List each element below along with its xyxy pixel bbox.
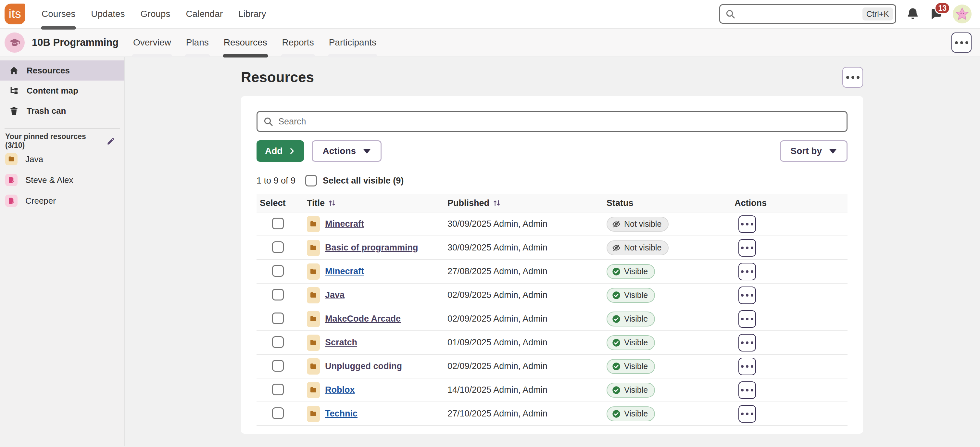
resources-search: [256, 111, 848, 132]
status-badge: Visible: [606, 359, 655, 374]
nav-item-courses[interactable]: Courses: [34, 0, 83, 28]
status-label: Visible: [624, 291, 648, 300]
trash-icon: [9, 106, 19, 116]
table-header-row: Select Title Published: [256, 194, 848, 212]
select-all-label: Select all visible (9): [323, 176, 404, 186]
row-checkbox[interactable]: [272, 265, 284, 277]
ellipsis-icon: [846, 76, 859, 79]
check-circle-icon: [612, 291, 621, 300]
heading-row: Resources: [241, 67, 863, 88]
resource-link[interactable]: Roblox: [325, 385, 355, 395]
published-cell: 27/10/2025 Admin, Admin: [447, 409, 606, 419]
tab-resources[interactable]: Resources: [216, 28, 275, 57]
published-cell: 02/09/2025 Admin, Admin: [447, 290, 606, 300]
resource-link[interactable]: Unplugged coding: [325, 361, 402, 371]
pinned-item-steve-alex[interactable]: Steve & Alex: [0, 170, 124, 190]
check-circle-icon: [612, 362, 621, 371]
nav-item-library[interactable]: Library: [231, 0, 274, 28]
status-label: Not visible: [624, 219, 662, 229]
column-header-published[interactable]: Published: [447, 198, 606, 208]
course-more-button[interactable]: [951, 32, 972, 53]
row-checkbox[interactable]: [272, 289, 284, 300]
eye-off-icon: [612, 220, 621, 229]
ellipsis-icon: [741, 365, 753, 368]
tab-reports[interactable]: Reports: [275, 28, 321, 57]
resource-link[interactable]: Minecraft: [325, 267, 364, 276]
top-navigation-bar: its Courses Updates Groups Calendar Libr…: [0, 0, 980, 29]
status-cell: Visible: [606, 288, 735, 303]
resources-search-input[interactable]: [256, 111, 848, 132]
pinned-item-label: Creeper: [25, 196, 56, 206]
resource-link[interactable]: Java: [325, 290, 345, 300]
row-actions-cell: [735, 216, 848, 233]
resources-sidebar: Resources Content map Trash can Your pin…: [0, 57, 125, 446]
resource-link[interactable]: Minecraft: [325, 219, 364, 229]
select-all-checkbox[interactable]: [305, 175, 317, 187]
chevron-down-icon: [363, 149, 371, 154]
pinned-item-label: Steve & Alex: [25, 175, 73, 185]
add-button[interactable]: Add: [256, 140, 304, 162]
row-checkbox[interactable]: [272, 241, 284, 253]
edit-pinned-button[interactable]: [107, 137, 115, 145]
row-checkbox[interactable]: [272, 384, 284, 395]
itslearning-logo[interactable]: its: [5, 3, 25, 24]
row-actions-button[interactable]: [738, 239, 756, 257]
resource-link[interactable]: Basic of programming: [325, 243, 418, 253]
published-cell: 02/09/2025 Admin, Admin: [447, 314, 606, 324]
status-badge: Visible: [606, 264, 655, 279]
row-checkbox[interactable]: [272, 336, 284, 348]
status-label: Visible: [624, 267, 648, 276]
nav-item-groups[interactable]: Groups: [133, 0, 178, 28]
actions-dropdown-button[interactable]: Actions: [312, 140, 382, 162]
sidebar-item-trash-can[interactable]: Trash can: [0, 101, 124, 121]
row-checkbox[interactable]: [272, 360, 284, 372]
messages-button[interactable]: 13: [929, 7, 943, 21]
column-header-title[interactable]: Title: [307, 198, 447, 208]
ellipsis-icon: [741, 413, 753, 415]
row-checkbox[interactable]: [272, 407, 284, 419]
course-avatar[interactable]: [5, 32, 25, 53]
row-title-cell: Scratch: [307, 335, 447, 351]
tab-plans[interactable]: Plans: [178, 28, 216, 57]
row-actions-button[interactable]: [738, 405, 756, 423]
row-actions-button[interactable]: [738, 263, 756, 280]
page-more-button[interactable]: [842, 67, 863, 88]
resource-link[interactable]: Technic: [325, 409, 358, 419]
status-cell: Visible: [606, 311, 735, 326]
row-actions-button[interactable]: [738, 287, 756, 304]
pinned-resources-header: Your pinned resources (3/10): [0, 134, 124, 148]
row-actions-button[interactable]: [738, 216, 756, 233]
sidebar-item-content-map[interactable]: Content map: [0, 81, 124, 101]
tab-overview[interactable]: Overview: [126, 28, 178, 57]
resource-link[interactable]: Scratch: [325, 337, 357, 348]
page-layout: Resources Content map Trash can Your pin…: [0, 57, 980, 446]
row-actions-button[interactable]: [738, 382, 756, 399]
graduation-cap-icon: [9, 37, 21, 48]
row-actions-button[interactable]: [738, 310, 756, 328]
status-label: Visible: [624, 338, 648, 347]
nav-item-calendar[interactable]: Calendar: [178, 0, 231, 28]
status-label: Not visible: [624, 243, 662, 252]
main-content: Resources Add Actions: [125, 57, 980, 446]
resource-link[interactable]: MakeCode Arcade: [325, 314, 401, 324]
sort-by-dropdown-button[interactable]: Sort by: [780, 140, 848, 162]
pinned-item-java[interactable]: Java: [0, 149, 124, 169]
column-header-status: Status: [606, 198, 735, 208]
ellipsis-icon: [741, 247, 753, 249]
sidebar-item-resources[interactable]: Resources: [0, 61, 124, 81]
row-checkbox[interactable]: [272, 218, 284, 229]
notifications-bell-button[interactable]: [906, 7, 920, 21]
pinned-item-creeper[interactable]: Creeper: [0, 191, 124, 211]
row-actions-cell: [735, 287, 848, 304]
row-title-cell: Basic of programming: [307, 240, 447, 256]
sidebar-item-label: Trash can: [27, 106, 66, 116]
nav-item-updates[interactable]: Updates: [83, 0, 132, 28]
row-actions-button[interactable]: [738, 358, 756, 375]
ellipsis-icon: [741, 342, 753, 344]
row-checkbox[interactable]: [272, 313, 284, 324]
row-actions-button[interactable]: [738, 334, 756, 351]
user-avatar[interactable]: [953, 5, 972, 23]
status-badge: Not visible: [606, 217, 668, 231]
tab-participants[interactable]: Participants: [321, 28, 384, 57]
folder-icon: [307, 382, 320, 398]
